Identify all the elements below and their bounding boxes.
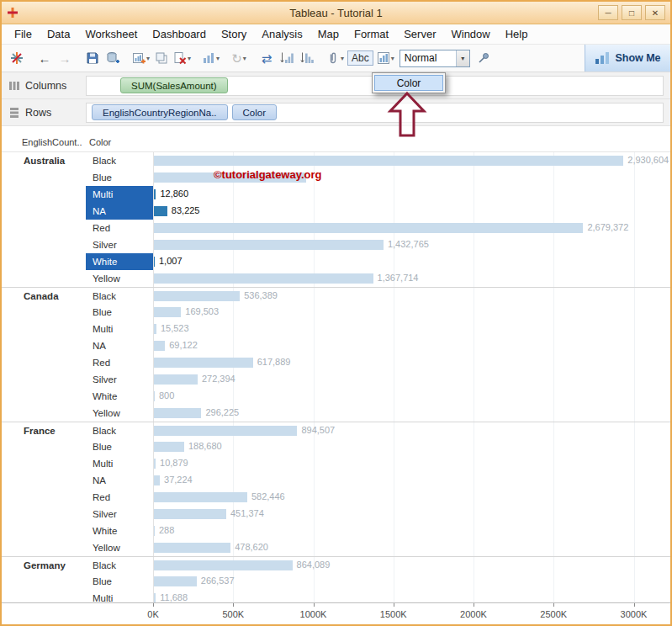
color-label[interactable]: Blue — [86, 304, 153, 321]
bar[interactable] — [154, 374, 198, 385]
chevron-down-icon[interactable]: ▾ — [243, 55, 246, 62]
run-update-button[interactable]: ↻ ▾ — [230, 48, 247, 68]
country-label[interactable] — [2, 354, 86, 371]
color-label[interactable]: Silver — [86, 371, 153, 388]
country-label[interactable] — [2, 388, 86, 405]
color-label[interactable]: Yellow — [86, 405, 153, 422]
start-page-button[interactable] — [8, 48, 25, 68]
country-label[interactable] — [2, 523, 86, 539]
menu-item-analysis[interactable]: Analysis — [254, 24, 310, 44]
duplicate-sheet-button[interactable] — [153, 48, 170, 68]
dropdown-item-color[interactable]: Color — [374, 75, 443, 91]
menu-item-story[interactable]: Story — [214, 24, 254, 44]
country-label[interactable] — [2, 304, 86, 321]
bar[interactable] — [154, 257, 155, 267]
color-label[interactable]: NA — [86, 203, 153, 220]
country-label[interactable] — [2, 472, 86, 489]
country-label[interactable] — [2, 405, 86, 422]
country-label[interactable] — [2, 186, 86, 203]
menu-item-window[interactable]: Window — [443, 24, 497, 44]
bar[interactable] — [154, 307, 181, 317]
automatic-updates-button[interactable]: ▾ — [202, 48, 220, 68]
color-label[interactable]: NA — [86, 472, 153, 489]
bar[interactable] — [154, 189, 156, 199]
color-label[interactable]: Black — [86, 422, 153, 438]
bar[interactable] — [154, 593, 156, 602]
country-label[interactable] — [2, 220, 86, 236]
bar[interactable] — [154, 240, 384, 250]
menu-item-map[interactable]: Map — [310, 24, 347, 44]
bar[interactable] — [154, 526, 155, 536]
color-label[interactable]: Black — [86, 288, 153, 304]
bar[interactable] — [154, 291, 240, 301]
minimize-button[interactable]: ─ — [598, 5, 618, 20]
color-label[interactable]: Multi — [86, 186, 153, 203]
color-label[interactable]: White — [86, 388, 153, 405]
menu-item-data[interactable]: Data — [40, 24, 77, 44]
country-label[interactable] — [2, 455, 86, 472]
field-header-color[interactable]: Color — [89, 137, 111, 147]
x-axis[interactable]: 0K500K1000K1500K2000K2500K3000K — [2, 602, 672, 626]
chevron-down-icon[interactable]: ▾ — [146, 55, 150, 62]
bar[interactable] — [154, 426, 297, 436]
menu-item-worksheet[interactable]: Worksheet — [77, 24, 145, 44]
country-label[interactable] — [2, 337, 86, 354]
pill-sum-salesamount[interactable]: SUM(SalesAmount) — [120, 77, 228, 93]
fit-selector[interactable]: Normal ▾ — [399, 50, 470, 67]
country-label[interactable]: Germany — [2, 557, 86, 573]
color-label[interactable]: Black — [86, 152, 153, 169]
bar[interactable] — [154, 459, 156, 469]
pill-color[interactable]: Color — [232, 104, 277, 120]
color-label[interactable]: Red — [86, 489, 153, 506]
bar[interactable] — [154, 358, 253, 368]
country-label[interactable] — [2, 590, 86, 602]
color-label[interactable]: Blue — [86, 438, 153, 455]
bar[interactable] — [154, 223, 583, 233]
pill-english-country-region[interactable]: EnglishCountryRegionNa.. — [92, 104, 228, 120]
color-label[interactable]: Blue — [86, 169, 153, 186]
country-label[interactable] — [2, 236, 86, 253]
bar[interactable] — [154, 543, 230, 553]
chevron-down-icon[interactable]: ▾ — [341, 55, 344, 62]
bar[interactable] — [154, 391, 155, 401]
bar[interactable] — [154, 492, 247, 502]
country-label[interactable]: France — [2, 422, 86, 438]
country-label[interactable] — [2, 203, 86, 220]
undo-button[interactable]: ← — [36, 48, 53, 68]
color-label[interactable]: White — [86, 253, 153, 270]
new-worksheet-button[interactable]: ▾ — [132, 48, 150, 68]
show-me-button[interactable]: Show Me — [585, 45, 670, 72]
fit-button[interactable]: ▾ — [377, 48, 394, 68]
color-label[interactable]: Yellow — [86, 270, 153, 287]
color-label[interactable]: Yellow — [86, 539, 153, 556]
menu-item-format[interactable]: Format — [347, 24, 396, 44]
bar[interactable] — [154, 408, 201, 418]
sort-descending-button[interactable] — [299, 48, 315, 68]
new-data-source-button[interactable] — [104, 48, 121, 68]
bar[interactable] — [154, 560, 293, 570]
bar[interactable] — [154, 273, 373, 284]
country-label[interactable] — [2, 270, 86, 287]
country-label[interactable] — [2, 489, 86, 506]
country-label[interactable] — [2, 253, 86, 270]
color-label[interactable]: NA — [86, 337, 153, 354]
bar[interactable] — [154, 156, 623, 166]
country-label[interactable] — [2, 438, 86, 455]
country-label[interactable] — [2, 321, 86, 337]
rows-shelf-tray[interactable]: EnglishCountryRegionNa.. Color — [86, 103, 664, 123]
country-label[interactable] — [2, 371, 86, 388]
group-members-button[interactable]: ▾ — [326, 48, 344, 68]
country-label[interactable] — [2, 506, 86, 523]
color-label[interactable]: White — [86, 523, 153, 539]
close-button[interactable]: ✕ — [645, 5, 665, 20]
fix-axes-button[interactable] — [475, 48, 492, 68]
clear-sheet-button[interactable]: ▾ — [173, 48, 191, 68]
color-label[interactable]: Red — [86, 354, 153, 371]
menu-item-help[interactable]: Help — [498, 24, 536, 44]
maximize-button[interactable]: □ — [622, 5, 642, 20]
country-label[interactable] — [2, 169, 86, 186]
menu-item-dashboard[interactable]: Dashboard — [145, 24, 214, 44]
bar[interactable] — [154, 576, 197, 586]
bar[interactable] — [154, 442, 184, 452]
bar[interactable] — [154, 324, 156, 334]
